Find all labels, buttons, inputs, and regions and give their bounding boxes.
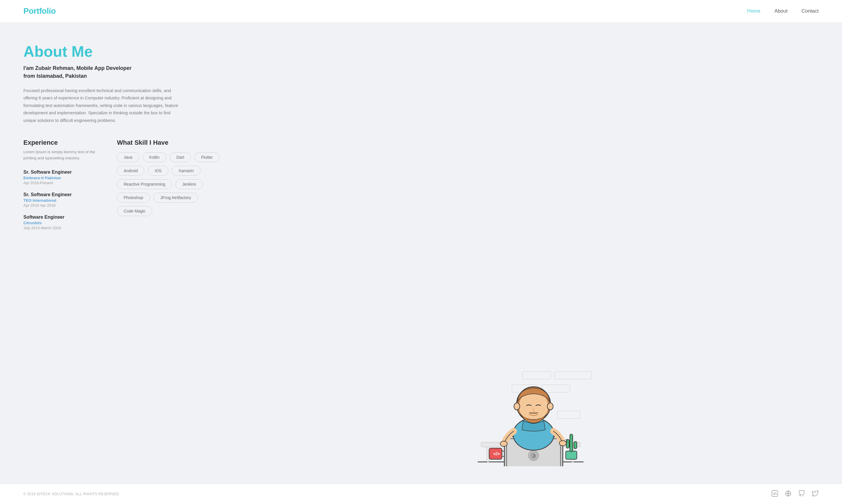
content-grid: Experience Lorem Ipsum is simply dummy t… <box>23 139 819 466</box>
skills-row-1: Java Kotlin Dart Flutter <box>117 152 234 162</box>
nav-link-home[interactable]: Home <box>747 8 760 14</box>
github-icon[interactable] <box>798 490 805 498</box>
skill-flutter: Flutter <box>194 152 219 162</box>
skills-section: What Skill I Have Java Kotlin Dart Flutt… <box>117 139 234 466</box>
svg-rect-4 <box>566 451 577 459</box>
skill-xamarin: Xamarin <box>172 166 200 176</box>
skill-photoshop: Photoshop <box>117 193 150 203</box>
subtitle: I'am Zubair Rehman, Mobile App Developer… <box>23 64 819 80</box>
skill-android: Android <box>117 166 144 176</box>
experience-title: Experience <box>23 139 117 146</box>
svg-rect-1 <box>487 446 489 462</box>
company-2: TEO International <box>23 198 117 203</box>
about-heading: About Me <box>23 43 819 60</box>
logo[interactable]: Portfolio <box>23 6 56 16</box>
footer-social-icons <box>771 490 819 498</box>
exp-item-1: Sr. Software Engineer Embrace-it Pakista… <box>23 169 117 185</box>
svg-point-24 <box>547 403 553 410</box>
svg-text:</>: </> <box>493 451 500 456</box>
svg-point-19 <box>559 440 566 446</box>
svg-text:◑: ◑ <box>531 452 536 459</box>
svg-rect-6 <box>566 439 569 448</box>
skill-reactive-programming: Reactive Programming <box>117 179 172 189</box>
experience-description: Lorem Ipsum is simply dummy text of the … <box>23 149 100 161</box>
skills-title: What Skill I Have <box>117 139 234 146</box>
job-title-1: Sr. Software Engineer <box>23 169 117 175</box>
exp-item-3: Software Engineer Citrusbits July 2014-M… <box>23 215 117 230</box>
skills-row-3: Reactive Programming Jenkins <box>117 179 234 189</box>
about-heading-accent: Me <box>72 43 93 60</box>
skills-row-5: Code Magic <box>117 206 234 216</box>
company-1: Embrace-it Pakistan <box>23 176 117 180</box>
job-title-2: Sr. Software Engineer <box>23 192 117 197</box>
developer-illustration: </> ◑ <box>469 373 592 466</box>
skill-dart: Dart <box>170 152 191 162</box>
skill-jenkins: Jenkins <box>175 179 203 189</box>
linkedin-icon[interactable] <box>771 490 778 498</box>
skill-code-magic: Code Magic <box>117 206 152 216</box>
dates-2: Apr 2016-Apr 2018 <box>23 203 117 208</box>
main-content: About Me I'am Zubair Rehman, Mobile App … <box>0 22 842 484</box>
skill-kotlin: Kotlin <box>143 152 166 162</box>
exp-item-2: Sr. Software Engineer TEO International … <box>23 192 117 208</box>
svg-rect-7 <box>574 442 577 449</box>
dates-3: July 2014-March 2016 <box>23 226 117 230</box>
skill-ios: iOS <box>148 166 168 176</box>
nav-item-about[interactable]: About <box>774 8 787 14</box>
skill-jfrog: JFrog Atrtifactory <box>154 193 198 203</box>
company-3: Citrusbits <box>23 221 117 225</box>
experience-section: Experience Lorem Ipsum is simply dummy t… <box>23 139 117 466</box>
illustration-wrapper: </> ◑ <box>458 355 604 466</box>
nav-links: Home About Contact <box>747 8 819 14</box>
logo-text: Portfoli <box>23 6 51 16</box>
skill-java: Java <box>117 152 139 162</box>
footer-copyright: © 2019 IOTECK SOLUTIONS. ALL RIGHTS RESE… <box>23 492 120 496</box>
dates-1: Apr 2018-Present <box>23 181 117 185</box>
navbar: Portfolio Home About Contact <box>0 0 842 22</box>
nav-link-about[interactable]: About <box>774 8 787 14</box>
svg-point-23 <box>514 403 520 410</box>
svg-point-18 <box>500 441 507 446</box>
skills-row-2: Android iOS Xamarin <box>117 166 234 176</box>
nav-item-home[interactable]: Home <box>747 8 760 14</box>
nav-item-contact[interactable]: Contact <box>801 8 819 14</box>
globe-icon[interactable] <box>785 490 792 498</box>
footer: © 2019 IOTECK SOLUTIONS. ALL RIGHTS RESE… <box>0 484 842 504</box>
skills-row-4: Photoshop JFrog Atrtifactory <box>117 193 234 203</box>
about-heading-plain: About <box>23 43 72 60</box>
illustration-section: </> ◑ <box>234 139 819 466</box>
description: Focused professional having excellent te… <box>23 87 181 124</box>
svg-rect-5 <box>570 434 573 452</box>
job-title-3: Software Engineer <box>23 215 117 220</box>
logo-accent: o <box>51 6 56 16</box>
nav-link-contact[interactable]: Contact <box>801 8 819 14</box>
twitter-icon[interactable] <box>811 490 819 498</box>
